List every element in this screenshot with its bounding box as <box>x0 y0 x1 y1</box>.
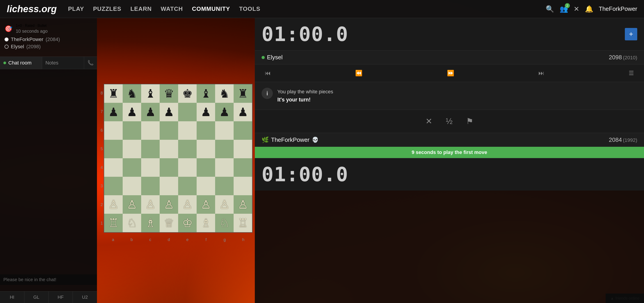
friends-button[interactable]: 👥 2 <box>560 5 568 13</box>
square-e5[interactable] <box>178 140 197 158</box>
prev-move-button[interactable]: ⏪ <box>352 68 366 78</box>
add-time-button[interactable]: + <box>625 28 637 40</box>
square-c5[interactable] <box>141 140 160 158</box>
nav-play[interactable]: PLAY <box>68 6 84 12</box>
square-g2[interactable]: ♙ <box>215 195 234 214</box>
square-b3[interactable] <box>123 177 141 195</box>
resign-button[interactable]: ✕ <box>426 116 432 126</box>
draw-button[interactable]: ½ <box>446 116 452 126</box>
square-c2[interactable]: ♙ <box>141 195 160 214</box>
square-g3[interactable] <box>215 177 234 195</box>
nav-puzzles[interactable]: PUZZLES <box>93 6 121 12</box>
square-e3[interactable] <box>178 177 197 195</box>
square-b7[interactable]: ♟ <box>123 103 141 121</box>
square-d3[interactable] <box>160 177 178 195</box>
square-f3[interactable] <box>197 177 215 195</box>
square-f1[interactable]: ♗ <box>197 214 215 232</box>
nav-learn[interactable]: LEARN <box>130 6 152 12</box>
square-f8[interactable]: ♝ <box>197 84 215 103</box>
square-d4[interactable] <box>160 158 178 177</box>
first-move-button[interactable]: ⏮ <box>262 68 274 78</box>
square-d5[interactable] <box>160 140 178 158</box>
square-e8[interactable]: ♚ <box>178 84 197 103</box>
shortcut-hi[interactable]: HI <box>0 292 24 303</box>
shortcut-hf[interactable]: HF <box>49 292 73 303</box>
square-d2[interactable]: ♙ <box>160 195 178 214</box>
square-e1[interactable]: ♔ <box>178 214 197 232</box>
username-display[interactable]: TheForkPower <box>599 6 638 12</box>
square-a8[interactable]: ♜ <box>104 84 123 103</box>
notifications-icon[interactable]: 🔔 <box>585 5 593 13</box>
white-player-name[interactable]: TheForkPower <box>11 36 43 42</box>
square-g7[interactable]: ♟ <box>215 103 234 121</box>
square-h2[interactable]: ♙ <box>234 195 252 214</box>
square-d6[interactable] <box>160 121 178 140</box>
nav-watch[interactable]: WATCH <box>161 6 183 12</box>
square-a3[interactable] <box>104 177 123 195</box>
square-c6[interactable] <box>141 121 160 140</box>
square-e2[interactable]: ♙ <box>178 195 197 214</box>
search-icon[interactable]: 🔍 <box>546 5 554 13</box>
menu-button[interactable]: ☰ <box>625 68 637 78</box>
next-move-button[interactable]: ⏩ <box>444 68 458 78</box>
square-a5[interactable] <box>104 140 123 158</box>
square-c1[interactable]: ♗ <box>141 214 160 232</box>
square-c7[interactable]: ♟ <box>141 103 160 121</box>
opponent-name-text[interactable]: Elysel <box>267 54 282 61</box>
square-e6[interactable] <box>178 121 197 140</box>
nav-tools[interactable]: TOOLS <box>239 6 260 12</box>
square-d7[interactable]: ♟ <box>160 103 178 121</box>
nav-community[interactable]: COMMUNITY <box>192 6 230 12</box>
square-f6[interactable] <box>197 121 215 140</box>
square-f4[interactable] <box>197 158 215 177</box>
last-move-button[interactable]: ⏭ <box>535 68 548 78</box>
close-icon[interactable]: ✕ <box>574 5 579 13</box>
square-g1[interactable]: ♘ <box>215 214 234 232</box>
square-f5[interactable] <box>197 140 215 158</box>
my-rating-diff: (1992) <box>623 137 637 143</box>
square-b4[interactable] <box>123 158 141 177</box>
chess-board[interactable]: ♜♞♝♛♚♝♞♜♟♟♟♟♟♟♟♙♙♙♙♙♙♙♙♖♘♗♕♔♗♘♖ <box>104 84 252 233</box>
shortcut-gl[interactable]: GL <box>24 292 49 303</box>
square-h8[interactable]: ♜ <box>234 84 252 103</box>
file-d: d <box>160 238 178 242</box>
square-h3[interactable] <box>234 177 252 195</box>
square-c4[interactable] <box>141 158 160 177</box>
notes-tab[interactable]: Notes <box>42 57 84 69</box>
square-g6[interactable] <box>215 121 234 140</box>
square-g5[interactable] <box>215 140 234 158</box>
site-logo[interactable]: lichess.org <box>7 4 57 14</box>
square-b8[interactable]: ♞ <box>123 84 141 103</box>
square-h6[interactable] <box>234 121 252 140</box>
square-a2[interactable]: ♙ <box>104 195 123 214</box>
square-b5[interactable] <box>123 140 141 158</box>
square-f7[interactable]: ♟ <box>197 103 215 121</box>
square-h7[interactable]: ♟ <box>234 103 252 121</box>
square-g8[interactable]: ♞ <box>215 84 234 103</box>
square-f2[interactable]: ♙ <box>197 195 215 214</box>
square-d1[interactable]: ♕ <box>160 214 178 232</box>
square-a1[interactable]: ♖ <box>104 214 123 232</box>
square-h4[interactable] <box>234 158 252 177</box>
chat-room-tab[interactable]: Chat room <box>0 57 42 69</box>
square-b2[interactable]: ♙ <box>123 195 141 214</box>
square-d8[interactable]: ♛ <box>160 84 178 103</box>
square-c8[interactable]: ♝ <box>141 84 160 103</box>
square-h5[interactable] <box>234 140 252 158</box>
my-name-text[interactable]: TheForkPower <box>271 136 310 144</box>
black-player-dot <box>4 45 8 49</box>
black-player-name[interactable]: Elysel <box>11 44 24 50</box>
square-b1[interactable]: ♘ <box>123 214 141 232</box>
square-e7[interactable] <box>178 103 197 121</box>
square-a7[interactable]: ♟ <box>104 103 123 121</box>
square-a4[interactable] <box>104 158 123 177</box>
flag-button[interactable]: ⚑ <box>466 116 473 126</box>
square-a6[interactable] <box>104 121 123 140</box>
shortcut-u2[interactable]: U2 <box>73 292 97 303</box>
square-g4[interactable] <box>215 158 234 177</box>
square-h1[interactable]: ♖ <box>234 214 252 232</box>
square-e4[interactable] <box>178 158 197 177</box>
square-b6[interactable] <box>123 121 141 140</box>
phone-icon[interactable]: 📞 <box>84 57 97 69</box>
square-c3[interactable] <box>141 177 160 195</box>
